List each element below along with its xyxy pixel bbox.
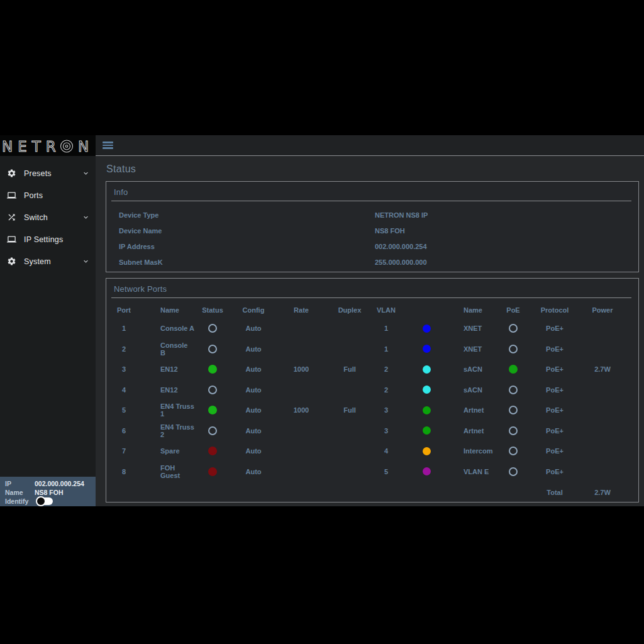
vlan-color-cell [399,325,453,333]
vlan-name: sACN [453,386,500,394]
status-cell [194,386,231,394]
port-power: 2.7W [583,365,622,373]
status-cell [194,406,231,414]
status-cell [194,467,231,476]
status-cell [194,447,231,455]
vlan-color-cell [399,467,453,475]
shuffle-icon [6,212,17,223]
netron-logo: NETR N [0,135,96,156]
ports-total-row: Total 2.7W [106,482,638,502]
port-vlan: 3 [373,406,399,414]
port-vlan: 1 [373,325,399,332]
total-power-value: 2.7W [583,489,622,496]
vlan-color-dot [423,426,431,435]
vlan-name: Intercom [453,447,500,455]
sidebar-item-label: System [24,257,51,266]
info-row-label: Device Type [106,211,375,219]
vlan-name: VLAN E [453,468,500,475]
vlan-color-dot [423,386,431,394]
info-row-value: NS8 FOH [375,227,638,235]
port-row: 8FOH GuestAuto5VLAN EPoE+ [106,462,638,482]
port-name: EN4 Truss 2 [142,423,194,438]
port-protocol: PoE+ [526,386,583,394]
sidebar-item-presets[interactable]: Presets [0,162,96,184]
sidebar-item-ports[interactable]: Ports [0,184,96,206]
port-number: 2 [106,345,142,353]
poe-status-indicator [509,386,518,394]
info-row-value: 002.000.000.254 [375,243,638,250]
info-row-value: NETRON NS8 IP [375,211,638,219]
page-title: Status [106,164,639,175]
column-header: Port [106,306,142,314]
sidebar-item-label: Ports [24,191,43,200]
svg-text:NETR: NETR [2,138,61,155]
vlan-name: XNET [453,325,500,332]
port-protocol: PoE+ [526,468,583,475]
vlan-color-dot [423,467,431,475]
poe-status-indicator [509,345,518,353]
chevron-down-icon [82,169,90,177]
ports-table-body: 1Console AAuto1XNETPoE+2Console BAuto1XN… [106,318,638,482]
topbar [96,135,644,156]
sidebar-item-label: IP Settings [24,235,63,244]
info-row: IP Address002.000.000.254 [106,238,638,254]
sidebar-item-ip-settings[interactable]: IP Settings [0,228,96,250]
port-vlan: 1 [373,345,399,353]
vlan-color-dot [423,447,431,455]
hamburger-menu-icon[interactable] [103,140,113,151]
sidebar: NETR N PresetsPortsSwitchIP SettingsSyst… [0,135,96,506]
port-name: FOH Guest [142,464,194,479]
port-status-indicator [208,447,217,455]
column-header: Rate [276,306,326,314]
poe-cell [500,365,526,374]
poe-cell [500,386,526,394]
port-status-indicator [208,345,217,353]
column-header: VLAN [373,306,399,314]
port-protocol: PoE+ [526,406,583,414]
poe-cell [500,447,526,455]
footer-identify-label: Identify [5,497,35,505]
port-rate: 1000 [276,406,326,414]
info-row: Device TypeNETRON NS8 IP [106,207,638,223]
footer-name-label: Name [5,489,35,496]
port-vlan: 4 [373,447,399,455]
chevron-down-icon [82,257,90,265]
vlan-name: sACN [453,365,500,373]
vlan-color-cell [399,406,453,414]
port-protocol: PoE+ [526,325,583,332]
port-config: Auto [231,406,276,414]
port-row: 1Console AAuto1XNETPoE+ [106,318,638,339]
svg-text:N: N [78,138,89,155]
sidebar-footer: IP 002.000.000.254 Name NS8 FOH Identify [0,477,96,506]
poe-status-indicator [509,447,518,455]
port-name: EN12 [142,365,194,373]
status-cell [194,426,231,435]
info-panel-title: Info [106,182,638,201]
screenshot-stage: NETR N PresetsPortsSwitchIP SettingsSyst… [0,0,644,644]
port-row: 7SpareAuto4IntercomPoE+ [106,441,638,462]
vlan-color-cell [399,447,453,455]
sidebar-item-switch[interactable]: Switch [0,206,96,228]
port-config: Auto [231,447,276,455]
column-header: Power [583,306,622,314]
total-label: Total [526,489,583,496]
network-ports-panel: Network Ports PortNameStatusConfigRateDu… [106,278,639,502]
identify-toggle[interactable] [37,497,53,505]
poe-status-indicator [509,324,518,333]
port-config: Auto [231,468,276,475]
gear-icon [6,168,17,179]
port-status-indicator [208,406,217,414]
port-number: 7 [106,447,142,455]
port-status-indicator [208,467,217,476]
gear-icon [6,256,17,267]
port-vlan: 2 [373,386,399,394]
monitor-icon [6,234,17,245]
sidebar-item-system[interactable]: System [0,250,96,272]
info-rows: Device TypeNETRON NS8 IPDevice NameNS8 F… [106,201,638,270]
column-header: PoE [500,306,526,314]
port-status-indicator [208,386,217,394]
page-content: Status Info Device TypeNETRON NS8 IPDevi… [96,156,644,508]
port-number: 3 [106,365,142,373]
poe-status-indicator [509,426,518,435]
port-name: EN4 Truss 1 [142,402,194,418]
